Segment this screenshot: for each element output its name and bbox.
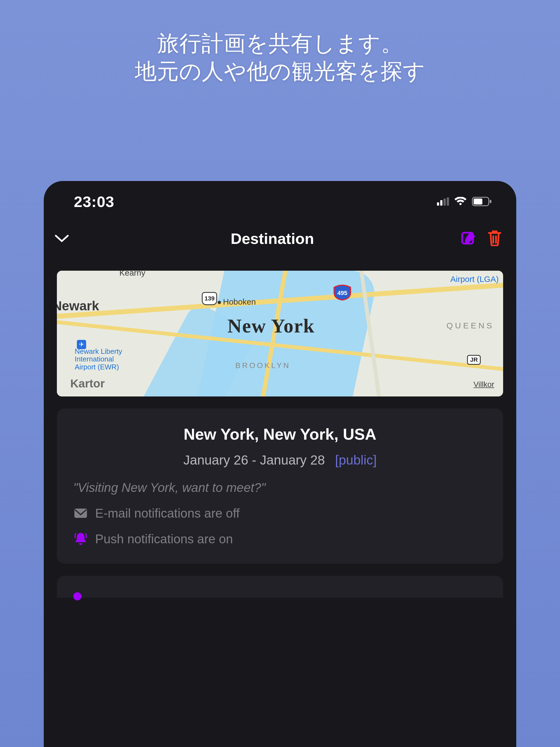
promo-line-2: 地元の人や他の観光客を探す <box>0 57 560 85</box>
svg-rect-1 <box>440 200 442 206</box>
phone-frame: 23:03 Destination <box>44 181 516 747</box>
next-card[interactable] <box>57 576 503 598</box>
svg-rect-2 <box>443 199 446 206</box>
mail-icon <box>73 508 88 518</box>
bell-icon <box>73 532 88 546</box>
edit-button[interactable] <box>461 230 477 247</box>
email-notifications-label: E-mail notifications are off <box>95 506 239 521</box>
map-label-brooklyn: BROOKLYN <box>235 361 291 370</box>
destination-location: New York, New York, USA <box>73 425 487 443</box>
svg-text:495: 495 <box>337 289 347 297</box>
map-view[interactable]: Kearny Newark Hoboken Airport (LGA) 139 … <box>57 271 503 396</box>
cellular-icon <box>437 198 449 206</box>
destination-dates: January 26 - January 28 <box>183 453 325 467</box>
battery-icon <box>472 197 492 206</box>
back-button[interactable] <box>54 233 84 244</box>
map-link-villkor[interactable]: Villkor <box>474 380 494 389</box>
map-attribution: Kartor <box>70 377 105 390</box>
map-city-label: New York <box>228 315 315 337</box>
map-label-hoboken: Hoboken <box>218 297 256 307</box>
delete-button[interactable] <box>487 230 502 247</box>
map-label-queens: QUEENS <box>447 321 494 330</box>
map-label-ewr: Newark Liberty International Airport (EW… <box>75 347 122 371</box>
route-shield-139: 139 <box>202 292 217 305</box>
nav-bar: Destination <box>44 222 516 255</box>
push-notifications-row[interactable]: Push notifications are on <box>73 532 487 546</box>
status-time: 23:03 <box>74 193 114 210</box>
status-bar: 23:03 <box>44 181 516 222</box>
status-indicators <box>437 197 492 206</box>
destination-message: "Visiting New York, want to meet?" <box>73 480 487 495</box>
map-label-jr: JR <box>467 355 481 365</box>
indicator-dot-icon <box>73 592 81 600</box>
push-notifications-label: Push notifications are on <box>95 532 233 546</box>
svg-rect-3 <box>447 198 449 206</box>
route-shield-495: 495 <box>334 285 351 301</box>
map-label-newark: Newark <box>57 298 99 313</box>
svg-rect-9 <box>74 509 87 518</box>
promo-line-1: 旅行計画を共有します。 <box>0 29 560 57</box>
destination-subline: January 26 - January 28 [public] <box>73 453 487 468</box>
visibility-badge[interactable]: [public] <box>335 453 377 467</box>
promo-headline: 旅行計画を共有します。 地元の人や他の観光客を探す <box>0 0 560 85</box>
map-label-lga: Airport (LGA) <box>450 275 499 284</box>
destination-card: New York, New York, USA January 26 - Jan… <box>57 409 503 564</box>
wifi-icon <box>454 197 467 206</box>
page-title: Destination <box>231 230 314 248</box>
svg-rect-0 <box>437 202 439 206</box>
svg-rect-6 <box>490 200 491 203</box>
email-notifications-row[interactable]: E-mail notifications are off <box>73 506 487 521</box>
svg-rect-5 <box>474 199 482 205</box>
map-label-kearny: Kearny <box>119 271 145 278</box>
